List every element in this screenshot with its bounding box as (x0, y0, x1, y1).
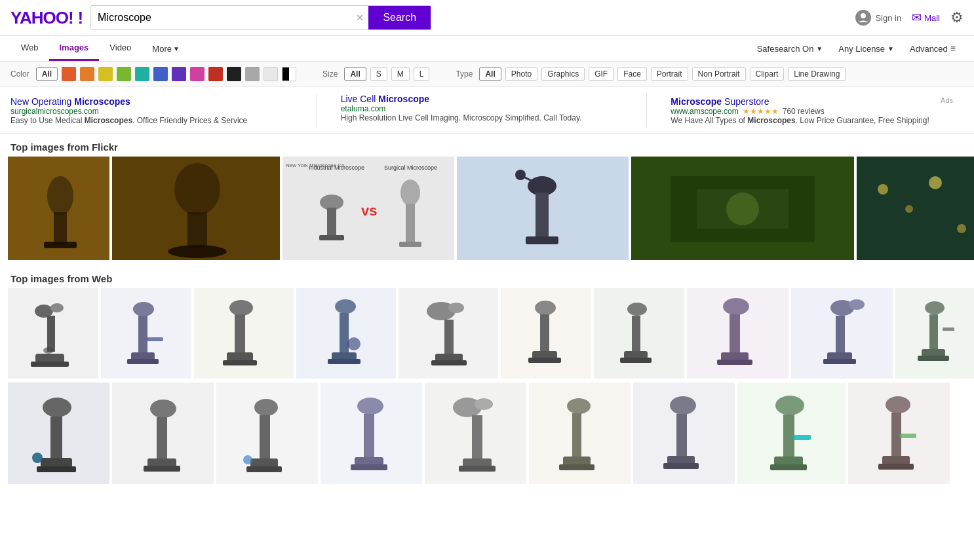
color-red-swatch[interactable] (62, 67, 76, 81)
svg-rect-83 (717, 360, 752, 365)
web-image-15[interactable] (425, 383, 526, 484)
web-image-10[interactable] (895, 288, 974, 379)
flickr-image-5[interactable] (631, 157, 854, 260)
type-photo-button[interactable]: Photo (505, 67, 537, 81)
svg-point-47 (133, 302, 154, 316)
svg-rect-98 (50, 417, 62, 459)
search-button[interactable]: Search (368, 6, 431, 29)
svg-rect-59 (340, 313, 349, 354)
color-white-swatch[interactable] (263, 67, 278, 81)
web-image-1[interactable] (8, 288, 98, 379)
svg-point-2 (47, 176, 73, 215)
any-license-button[interactable]: Any License ▼ (830, 37, 902, 60)
svg-point-25 (515, 170, 526, 180)
advanced-button[interactable]: Advanced ≡ (902, 37, 964, 60)
size-s-button[interactable]: S (370, 67, 387, 81)
web-image-8[interactable] (687, 288, 789, 379)
type-gif-button[interactable]: GIF (589, 67, 614, 81)
flickr-image-2[interactable] (112, 157, 280, 260)
web-image-11[interactable] (8, 383, 109, 484)
web-image-13[interactable] (216, 383, 318, 484)
search-input[interactable] (91, 7, 351, 29)
flickr-image-row: Industrial Microscope Surgical Microscop… (0, 157, 974, 260)
size-all-button[interactable]: All (344, 67, 366, 81)
tab-video[interactable]: Video (99, 36, 142, 61)
svg-rect-87 (836, 316, 845, 354)
color-pink-swatch[interactable] (190, 67, 205, 81)
type-filter-label: Type (456, 69, 473, 79)
web-image-2[interactable] (101, 288, 191, 379)
svg-rect-99 (41, 458, 72, 468)
flickr-image-3[interactable]: Industrial Microscope Surgical Microscop… (282, 157, 454, 260)
type-clipart-button[interactable]: Clipart (750, 67, 785, 81)
user-icon (855, 10, 871, 26)
sign-in-button[interactable]: Sign in (855, 10, 901, 26)
svg-rect-133 (663, 463, 699, 469)
ad-title-1[interactable]: New Operating Microscopes (10, 96, 293, 107)
ad-item-1: New Operating Microscopes surgicalmicros… (10, 94, 306, 128)
type-line-drawing-button[interactable]: Line Drawing (788, 67, 846, 81)
svg-point-17 (400, 179, 420, 206)
flickr-image-4[interactable] (457, 157, 629, 260)
svg-point-80 (723, 298, 749, 315)
color-dark-red-swatch[interactable] (208, 67, 223, 81)
web-image-17[interactable] (633, 383, 735, 484)
size-l-button[interactable]: L (414, 67, 430, 81)
svg-point-108 (254, 399, 278, 416)
svg-point-70 (535, 301, 556, 315)
mail-button[interactable]: ✉ Mail (912, 10, 940, 25)
color-blue-swatch[interactable] (153, 67, 168, 81)
color-orange-swatch[interactable] (80, 67, 94, 81)
size-m-button[interactable]: M (391, 67, 410, 81)
svg-rect-145 (899, 434, 916, 438)
web-image-18[interactable] (737, 383, 846, 484)
color-green-swatch[interactable] (117, 67, 131, 81)
type-non-portrait-button[interactable]: Non Portrait (692, 67, 746, 81)
color-bw-swatch[interactable] (282, 67, 296, 81)
web-image-5[interactable] (399, 288, 498, 379)
color-all-button[interactable]: All (36, 67, 58, 81)
color-gray-swatch[interactable] (245, 67, 260, 81)
svg-point-130 (670, 396, 696, 415)
tab-web[interactable]: Web (10, 36, 49, 61)
type-all-button[interactable]: All (479, 67, 501, 81)
clear-button[interactable]: × (351, 11, 369, 25)
svg-rect-76 (632, 316, 640, 352)
web-image-14[interactable] (321, 383, 422, 484)
flickr-image-6[interactable] (857, 157, 974, 260)
type-face-button[interactable]: Face (617, 67, 647, 81)
nav-right-filters: Safesearch On ▼ Any License ▼ Advanced ≡ (749, 37, 964, 60)
tab-images[interactable]: Images (49, 36, 100, 61)
color-yellow-swatch[interactable] (98, 67, 113, 81)
type-portrait-button[interactable]: Portrait (651, 67, 688, 81)
web-image-3[interactable] (194, 288, 294, 379)
svg-text:vs: vs (361, 202, 377, 219)
web-image-19[interactable] (848, 383, 950, 484)
svg-rect-45 (31, 362, 69, 367)
web-images-row-2 (0, 383, 974, 484)
web-image-6[interactable] (501, 288, 591, 379)
color-filter-label: Color (10, 69, 29, 79)
web-image-9[interactable] (791, 288, 893, 379)
ad-title-3[interactable]: Microscope Superstore (671, 96, 769, 107)
safesearch-button[interactable]: Safesearch On ▼ (749, 37, 831, 60)
color-black-swatch[interactable] (227, 67, 241, 81)
svg-point-120 (475, 398, 493, 410)
chevron-down-icon: ▼ (816, 45, 823, 52)
web-image-12[interactable] (112, 383, 214, 484)
header: YAHOO! ! × Search Sign in ✉ Mail ⚙ (0, 0, 974, 36)
ad-url-2: etaluma.com (341, 104, 623, 113)
web-image-4[interactable] (296, 288, 396, 379)
type-graphics-button[interactable]: Graphics (541, 67, 585, 81)
web-image-7[interactable] (594, 288, 684, 379)
svg-rect-94 (918, 356, 949, 361)
svg-rect-30 (857, 157, 974, 260)
ads-section: New Operating Microscopes surgicalmicros… (0, 87, 974, 134)
tab-more[interactable]: More ▼ (142, 37, 190, 60)
flickr-image-1[interactable] (8, 157, 109, 260)
color-teal-swatch[interactable] (135, 67, 149, 81)
web-image-16[interactable] (529, 383, 631, 484)
ad-title-2[interactable]: Live Cell Microscope (341, 94, 623, 104)
settings-icon[interactable]: ⚙ (950, 9, 964, 26)
color-purple-swatch[interactable] (172, 67, 186, 81)
